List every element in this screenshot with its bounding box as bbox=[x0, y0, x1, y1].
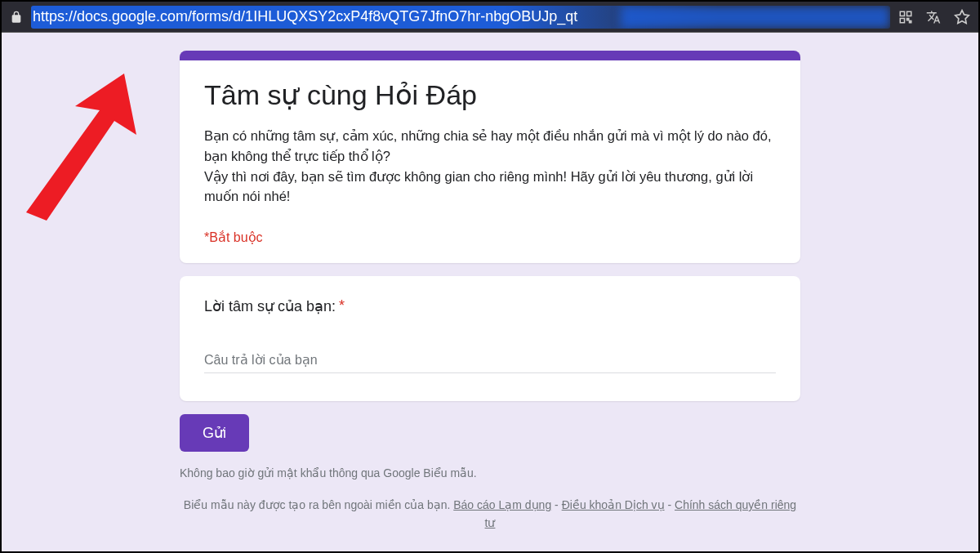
submit-button[interactable]: Gửi bbox=[180, 414, 249, 452]
footer-sep1: - bbox=[551, 498, 561, 511]
report-abuse-link[interactable]: Báo cáo Lạm dụng bbox=[453, 498, 551, 511]
answer-input[interactable] bbox=[204, 348, 776, 373]
form-footer: Biểu mẫu này được tạo ra bên ngoài miền … bbox=[180, 496, 800, 533]
svg-rect-2 bbox=[900, 18, 904, 22]
page-body: Tâm sự cùng Hỏi Đáp Bạn có những tâm sự,… bbox=[2, 33, 978, 551]
question-label-text: Lời tâm sự của bạn: bbox=[204, 297, 336, 315]
svg-marker-5 bbox=[956, 10, 969, 23]
question-card: Lời tâm sự của bạn: * bbox=[180, 276, 800, 401]
terms-link[interactable]: Điều khoản Dịch vụ bbox=[562, 498, 665, 511]
required-indicator: *Bắt buộc bbox=[204, 230, 776, 245]
required-asterisk: * bbox=[339, 297, 345, 315]
translate-icon[interactable] bbox=[926, 10, 941, 25]
svg-rect-0 bbox=[900, 11, 904, 16]
address-bar-actions bbox=[898, 9, 970, 25]
form-container: Tâm sự cùng Hỏi Đáp Bạn có những tâm sự,… bbox=[180, 33, 800, 533]
url-input[interactable]: https://docs.google.com/forms/d/1IHLUQXS… bbox=[31, 6, 890, 29]
url-blur-overlay bbox=[621, 6, 890, 29]
password-warning: Không bao giờ gửi mật khẩu thông qua Goo… bbox=[180, 466, 800, 479]
footer-text: Biểu mẫu này được tạo ra bên ngoài miền … bbox=[184, 498, 450, 511]
annotation-arrow-icon bbox=[10, 65, 157, 229]
svg-rect-4 bbox=[910, 20, 911, 22]
browser-address-bar: https://docs.google.com/forms/d/1IHLUQXS… bbox=[2, 2, 978, 33]
form-header-card: Tâm sự cùng Hỏi Đáp Bạn có những tâm sự,… bbox=[180, 51, 800, 263]
form-desc-line2: Vậy thì nơi đây, bạn sẽ tìm được không g… bbox=[204, 169, 753, 204]
form-desc-line1: Bạn có những tâm sự, cảm xúc, những chia… bbox=[204, 128, 772, 163]
url-text: https://docs.google.com/forms/d/1IHLUQXS… bbox=[33, 8, 577, 25]
footer-sep2: - bbox=[665, 498, 675, 511]
bookmark-star-icon[interactable] bbox=[954, 9, 970, 25]
lock-icon bbox=[10, 11, 23, 24]
form-title: Tâm sự cùng Hỏi Đáp bbox=[204, 78, 776, 111]
question-label: Lời tâm sự của bạn: * bbox=[204, 297, 776, 315]
qr-icon[interactable] bbox=[898, 10, 913, 25]
svg-rect-3 bbox=[907, 18, 909, 20]
submit-row: Gửi bbox=[180, 414, 800, 452]
svg-rect-1 bbox=[907, 11, 911, 16]
form-description: Bạn có những tâm sự, cảm xúc, những chia… bbox=[204, 126, 776, 207]
